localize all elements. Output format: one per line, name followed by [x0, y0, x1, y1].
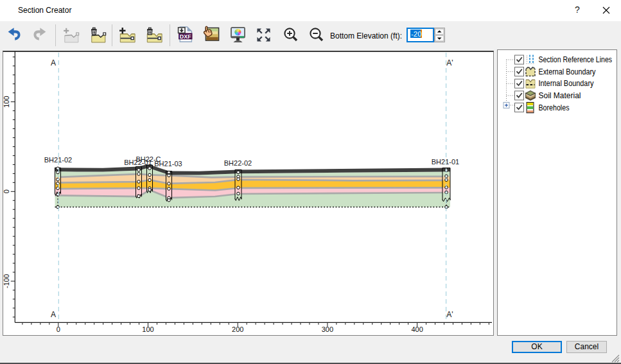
svg-text:0: 0 — [57, 325, 60, 333]
svg-text:300: 300 — [322, 325, 333, 333]
svg-text:BH21-01: BH21-01 — [432, 158, 459, 166]
svg-text:200: 200 — [232, 325, 243, 333]
svg-text:Section Reference Lines: Section Reference Lines — [539, 55, 613, 64]
svg-text:-100: -100 — [3, 274, 10, 288]
svg-text:A': A' — [446, 310, 453, 319]
svg-text:400: 400 — [411, 325, 423, 333]
svg-text:External Boundary: External Boundary — [539, 67, 596, 76]
svg-text:100: 100 — [3, 96, 10, 107]
svg-text:DXF: DXF — [180, 33, 191, 40]
svg-text:Soil Material: Soil Material — [539, 91, 581, 100]
svg-text:Boreholes: Boreholes — [539, 103, 570, 112]
svg-text:100: 100 — [142, 325, 153, 333]
svg-text:A: A — [51, 310, 56, 319]
svg-text:0: 0 — [3, 189, 10, 193]
svg-text:BH21-03: BH21-03 — [154, 160, 182, 168]
svg-text:A: A — [51, 58, 56, 67]
svg-text:BH21-02: BH21-02 — [44, 156, 72, 164]
svg-text:BH22-02: BH22-02 — [224, 159, 252, 167]
svg-text:Internal Boundary: Internal Boundary — [539, 79, 594, 88]
svg-text:A': A' — [446, 58, 453, 67]
